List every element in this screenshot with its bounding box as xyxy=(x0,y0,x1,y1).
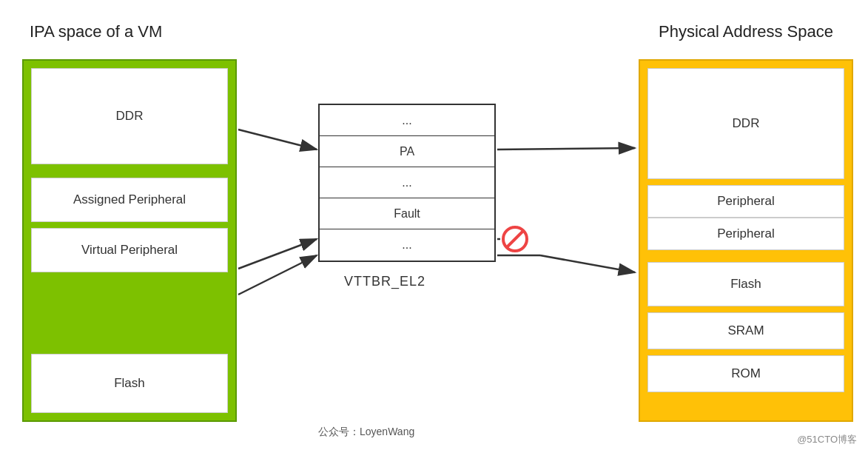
phys-flash-block: Flash xyxy=(647,262,844,306)
ipa-title: IPA space of a VM xyxy=(30,22,162,41)
forbidden-icon xyxy=(502,226,528,252)
vttbr-row-1: PA xyxy=(320,136,494,167)
phys-rom-block: ROM xyxy=(647,355,844,392)
svg-line-2 xyxy=(238,239,317,269)
ipa-assigned-block: Assigned Peripheral xyxy=(31,178,228,222)
phys-sram-block: SRAM xyxy=(647,312,844,349)
phys-box: DDR Peripheral Peripheral Flash SRAM ROM xyxy=(639,59,853,422)
diagram-container: IPA space of a VM Physical Address Space… xyxy=(0,0,868,450)
ipa-ddr-block: DDR xyxy=(31,68,228,164)
phys-title: Physical Address Space xyxy=(639,22,853,41)
ipa-virtual-block: Virtual Peripheral xyxy=(31,228,228,272)
svg-line-3 xyxy=(238,255,317,295)
phys-periph2-block: Peripheral xyxy=(647,218,844,250)
watermark-right: @51CTO博客 xyxy=(797,433,857,446)
svg-line-4 xyxy=(497,148,635,150)
vttbr-row-4: ... xyxy=(320,229,494,261)
svg-line-7 xyxy=(540,255,635,272)
vttbr-table: ... PA ... Fault ... xyxy=(318,104,496,262)
vttbr-row-2: ... xyxy=(320,167,494,198)
ipa-flash-block: Flash xyxy=(31,354,228,413)
phys-periph1-block: Peripheral xyxy=(647,185,844,218)
watermark-left: 公众号：LoyenWang xyxy=(318,426,414,439)
vttbr-label: VTTBR_EL2 xyxy=(344,274,425,289)
phys-ddr-block: DDR xyxy=(647,68,844,179)
svg-line-1 xyxy=(238,130,317,150)
vttbr-row-0: ... xyxy=(320,105,494,136)
vttbr-row-3: Fault xyxy=(320,198,494,229)
ipa-box: DDR Assigned Peripheral Virtual Peripher… xyxy=(22,59,237,422)
